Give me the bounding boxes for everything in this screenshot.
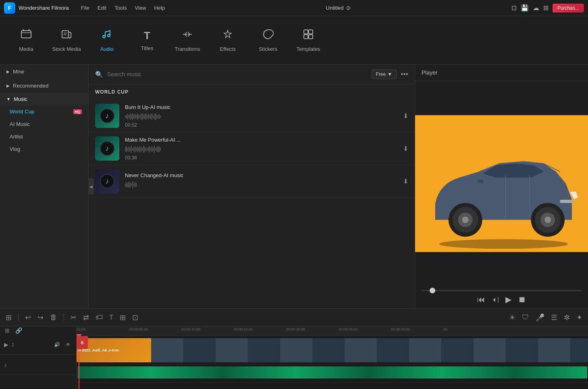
add-track-button[interactable]: ⊞ (3, 326, 11, 335)
media-icon (21, 29, 32, 43)
add-to-timeline-button[interactable]: ⊞ (4, 312, 13, 324)
sidebar-artlist[interactable]: Artlist (0, 130, 88, 143)
section-header: WORLD CUP (89, 84, 415, 100)
ruler-tick: 00: (443, 326, 449, 331)
menu-bar: File Edit Tools View Help (81, 5, 165, 11)
music-title-3: Never Changed-AI music (125, 172, 397, 178)
tool-templates[interactable]: Templates (290, 20, 326, 61)
music-item[interactable]: ♪ Make Me Powerful-AI ... 00:36 ⬇ (89, 132, 415, 165)
search-bar: 🔍 Free ▼ ••• (89, 65, 415, 84)
svg-rect-7 (304, 30, 308, 34)
sidebar-ai-music[interactable]: AI Music (0, 118, 88, 130)
music-item[interactable]: ♪ Burn It Up-AI music 00:52 ⬇ (89, 100, 415, 132)
shield-icon-button[interactable]: 🛡 (520, 312, 531, 323)
music-arrow-icon: ▼ (6, 97, 10, 101)
volume-button[interactable]: 🔊 (52, 340, 62, 349)
audio-track (77, 366, 588, 383)
mic-icon-button[interactable]: 🎤 (534, 312, 546, 324)
sidebar-world-cup[interactable]: World Cup HQ (0, 105, 88, 118)
video-clip[interactable]: ▶ 2023_Audi_A6_e-tron (77, 338, 588, 362)
rewind-button[interactable]: ⏮ (477, 295, 485, 304)
tool-titles-label: Titles (141, 45, 154, 51)
templates-icon (303, 29, 314, 43)
text-button[interactable]: T (108, 312, 115, 323)
stock-media-icon (61, 29, 72, 43)
svg-point-5 (108, 34, 110, 37)
sidebar-recommended[interactable]: ▶ Recommended (0, 79, 88, 93)
tool-titles[interactable]: T Titles (129, 20, 165, 61)
extra-icon-button[interactable]: ✦ (575, 312, 584, 324)
tool-audio[interactable]: Audio (89, 20, 125, 61)
effects-icon (222, 29, 233, 43)
timeline: ⊞ ↩ ↪ 🗑 ✂ ⇄ 🏷 T ⊞ ⊡ ☀ 🛡 🎤 ☰ ✼ ✦ ⊞ 🔗 ▶ 1 (0, 308, 588, 389)
tool-stock-media[interactable]: Stock Media (48, 20, 85, 61)
layers-icon-button[interactable]: ☰ (549, 312, 559, 324)
search-input[interactable] (107, 71, 368, 77)
step-back-button[interactable]: ⏴| (492, 296, 499, 303)
title-icons: ⊡ 💾 ☁ ⊞ Purchas... (511, 4, 584, 13)
music-waveform-3 (125, 181, 397, 189)
sidebar-vlog[interactable]: Vlog (0, 143, 88, 155)
tool-effects[interactable]: Effects (210, 20, 246, 61)
menu-tools[interactable]: Tools (114, 5, 127, 11)
clock-icon: ⊙ (346, 5, 351, 11)
filter-button[interactable]: ⊞ (118, 312, 127, 324)
download-button-3[interactable]: ⬇ (403, 178, 408, 185)
sidebar-music[interactable]: ▼ Music (0, 93, 88, 105)
music-info-3: Never Changed-AI music (125, 172, 397, 190)
stop-button[interactable]: ⏹ (518, 295, 526, 304)
upload-icon[interactable]: ☁ (533, 4, 539, 12)
svg-rect-10 (309, 35, 313, 39)
purchase-button[interactable]: Purchas... (553, 4, 584, 13)
download-button-1[interactable]: ⬇ (403, 112, 408, 120)
audio-track-label: ♪ (0, 355, 76, 375)
snowflake-icon-button[interactable]: ✼ (562, 312, 571, 324)
progress-bar[interactable] (422, 290, 582, 291)
menu-view[interactable]: View (135, 5, 146, 11)
tool-transitions[interactable]: Transitions (169, 20, 206, 61)
menu-edit[interactable]: Edit (98, 5, 106, 11)
sidebar-mine[interactable]: ▶ Mine (0, 65, 88, 79)
tool-stickers-label: Stickers (259, 46, 277, 52)
undo-button[interactable]: ↩ (23, 312, 33, 324)
mine-arrow-icon: ▶ (6, 69, 10, 74)
svg-point-12 (439, 239, 568, 249)
progress-handle[interactable] (430, 288, 435, 293)
ruler-tick: 00:00:15:00 (234, 326, 253, 331)
music-note-disc-2: ♪ (100, 141, 114, 156)
download-button-2[interactable]: ⬇ (403, 145, 408, 153)
visibility-button[interactable]: 👁 (64, 340, 72, 349)
ai-music-label: AI Music (10, 121, 30, 127)
cut-button[interactable]: ✂ (69, 312, 78, 324)
play-button[interactable]: ▶ (505, 295, 511, 304)
tag-button[interactable]: 🏷 (94, 312, 104, 323)
audio-waveform (77, 366, 587, 379)
more-options-button[interactable]: ••• (401, 70, 408, 79)
delete-button[interactable]: 🗑 (48, 312, 59, 323)
window-icon[interactable]: ⊡ (511, 4, 517, 12)
link-button[interactable]: 🔗 (14, 326, 24, 335)
redo-button[interactable]: ↪ (36, 312, 45, 324)
tool-stickers[interactable]: Stickers (250, 20, 286, 61)
music-note-disc-3: ♪ (100, 174, 114, 188)
sun-icon-button[interactable]: ☀ (507, 312, 517, 324)
menu-file[interactable]: File (81, 5, 89, 11)
video-track-icon: ▶ (4, 341, 8, 348)
main-toolbar: Media Stock Media Audio T Titles Transit… (0, 16, 588, 65)
speed-button[interactable]: ⊡ (131, 312, 140, 324)
panel-collapse-button[interactable]: ◀ (88, 178, 94, 194)
svg-rect-0 (21, 31, 31, 38)
free-filter-button[interactable]: Free ▼ (372, 69, 397, 79)
detach-audio-button[interactable]: ⇄ (81, 312, 91, 324)
svg-point-20 (544, 216, 551, 223)
save-icon[interactable]: 💾 (521, 4, 529, 12)
layout-icon[interactable]: ⊞ (543, 4, 549, 12)
recommended-arrow-icon: ▶ (6, 84, 10, 88)
player-header: Player (415, 65, 588, 81)
menu-help[interactable]: Help (154, 5, 165, 11)
svg-point-4 (103, 36, 105, 38)
sidebar-mine-label: Mine (13, 69, 24, 75)
music-item[interactable]: ♪ Never Changed-AI music ⬇ (89, 165, 415, 198)
world-cup-label: World Cup (10, 109, 34, 115)
tool-media[interactable]: Media (8, 20, 44, 61)
